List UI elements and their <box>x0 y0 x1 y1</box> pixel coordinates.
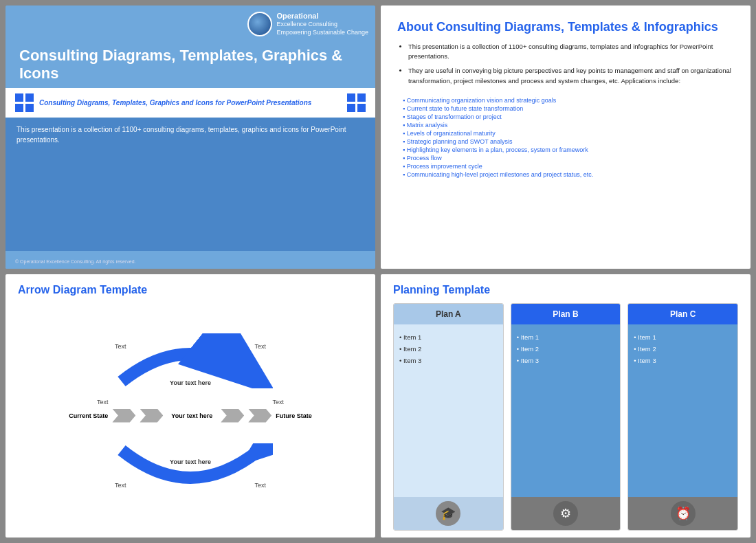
plan-a-item-3: Item 3 <box>399 355 498 366</box>
plan-b-footer: ⚙ <box>511 497 621 530</box>
sub-item-3: Stages of transformation or project <box>403 113 734 120</box>
slide1-title: Consulting Diagrams, Templates, Graphics… <box>5 40 375 89</box>
plan-b-item-1: Item 1 <box>517 331 615 343</box>
col-plan-b: Plan B Item 1 Item 2 Item 3 ⚙ <box>511 303 621 531</box>
text-mid-right: Text <box>272 399 284 406</box>
slide-about: About Consulting Diagrams, Templates & I… <box>381 5 751 269</box>
decorative-squares-left <box>15 93 34 112</box>
text-mid-left: Text <box>97 399 109 406</box>
slide3-title: Arrow Diagram Template <box>18 284 363 296</box>
text-top-left: Text <box>115 343 126 350</box>
sub-item-1: Communicating organization vision and st… <box>403 97 734 104</box>
plan-c-item-1: Item 1 <box>634 331 732 343</box>
chevron-gray-4 <box>248 409 271 423</box>
plan-b-item-3: Item 3 <box>517 355 615 366</box>
sub-item-8: Process flow <box>403 155 734 162</box>
plan-b-item-2: Item 2 <box>517 343 615 355</box>
sub-item-9: Process improvement cycle <box>403 163 734 170</box>
globe-icon <box>247 12 272 36</box>
plan-c-body: Item 1 Item 2 Item 3 <box>628 324 737 497</box>
label-mid: Your text here <box>171 412 212 419</box>
subtitle-bar: Consulting Diagrams, Templates, Graphics… <box>5 88 375 118</box>
decorative-squares-right <box>347 93 366 112</box>
plan-c-item-2: Item 2 <box>634 343 732 355</box>
logo-text: Operational Excellence Consulting Empowe… <box>276 11 368 37</box>
text-center-top: Your text here <box>170 379 211 386</box>
circle-arrows: Text Text Text Text Text Text Your text … <box>87 333 293 498</box>
plan-c-footer: ⏰ <box>628 497 737 530</box>
label-current: Current State <box>69 412 108 419</box>
sub-items-list: Communicating organization vision and st… <box>397 97 734 179</box>
chevron-gray-2 <box>140 409 163 423</box>
bottom-arrow-svg <box>108 443 273 498</box>
copyright-text: © Operational Excellence Consulting. All… <box>15 259 136 264</box>
chevron-gray-1 <box>112 409 135 423</box>
sub-item-10: Communicating high-level project milesto… <box>403 171 734 178</box>
company-logo: Operational Excellence Consulting Empowe… <box>247 11 368 37</box>
sub-item-7: Highlighting key elements in a plan, pro… <box>403 146 734 153</box>
plan-a-header: Plan A <box>394 304 503 324</box>
sub-item-2: Current state to future state transforma… <box>403 105 734 112</box>
slide2-bullets: This presentation is a collection of 110… <box>397 42 734 91</box>
arrow-diagram: Text Text Text Text Text Text Your text … <box>18 300 363 531</box>
chevron-gray-3 <box>221 409 244 423</box>
text-center-bot: Your text here <box>170 458 211 465</box>
sub-item-5: Levels of organizational maturity <box>403 130 734 137</box>
subtitle-text: Consulting Diagrams, Templates, Graphics… <box>39 98 311 107</box>
plan-c-header: Plan C <box>628 304 737 324</box>
alarm-icon: ⏰ <box>671 501 696 526</box>
plan-a-item-1: Item 1 <box>399 331 498 343</box>
bullet-2: They are useful in conveying big picture… <box>408 66 734 86</box>
horizontal-row: Current State Your text here Future Stat… <box>69 409 311 423</box>
plan-b-body: Item 1 Item 2 Item 3 <box>511 324 621 497</box>
planning-columns: Plan A Item 1 Item 2 Item 3 🎓 Plan B Ite… <box>393 303 738 531</box>
slide-planning-template: Planning Template Plan A Item 1 Item 2 I… <box>381 274 751 538</box>
slide1-body: This presentation is a collection of 110… <box>5 118 375 251</box>
plan-c-item-3: Item 3 <box>634 355 732 366</box>
slide1-footer: © Operational Excellence Consulting. All… <box>5 251 375 269</box>
sub-item-4: Matrix analysis <box>403 122 734 129</box>
plan-a-body: Item 1 Item 2 Item 3 <box>394 324 503 497</box>
graduation-icon: 🎓 <box>436 501 460 526</box>
slide1-body-text: This presentation is a collection of 110… <box>16 124 364 145</box>
plan-a-item-2: Item 2 <box>399 343 498 355</box>
text-bot-right: Text <box>254 482 266 489</box>
logo-bar: Operational Excellence Consulting Empowe… <box>5 5 375 40</box>
bullet-1: This presentation is a collection of 110… <box>408 42 734 62</box>
col-plan-a: Plan A Item 1 Item 2 Item 3 🎓 <box>393 303 504 531</box>
slide-consulting-title: Operational Excellence Consulting Empowe… <box>5 5 375 269</box>
text-top-right: Text <box>254 343 266 350</box>
plan-b-header: Plan B <box>511 304 621 324</box>
slide2-title: About Consulting Diagrams, Templates & I… <box>397 19 734 35</box>
slide-arrow-diagram: Arrow Diagram Template <box>5 274 375 538</box>
gear-icon: ⚙ <box>553 501 578 526</box>
sub-item-6: Strategic planning and SWOT analysis <box>403 138 734 145</box>
slide4-title: Planning Template <box>393 284 738 296</box>
label-future: Future State <box>276 412 312 419</box>
plan-a-footer: 🎓 <box>394 497 503 530</box>
col-plan-c: Plan C Item 1 Item 2 Item 3 ⏰ <box>627 303 738 531</box>
text-bot-left: Text <box>115 482 126 489</box>
